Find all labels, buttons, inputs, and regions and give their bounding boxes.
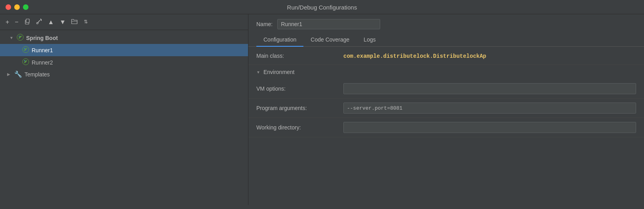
maximize-button[interactable] [23,4,28,10]
copy-button[interactable] [23,17,32,27]
move-up-button[interactable]: ▲ [46,18,56,26]
traffic-lights [6,4,28,10]
tabs-row: Configuration Code Coverage Logs [248,33,644,47]
sort-button[interactable]: ⇅ [81,17,91,27]
templates-label: Templates [25,71,50,78]
environment-label: Environment [263,69,295,75]
add-button[interactable]: + [4,18,11,26]
close-button[interactable] [6,4,11,10]
environment-arrow-icon: ▼ [256,70,260,74]
vm-options-row: VM options: [248,79,644,99]
main-layout: + − ▲ ▼ [0,14,644,205]
sort-icon: ⇅ [83,18,89,25]
svg-point-10 [24,48,25,49]
left-panel: + − ▲ ▼ [0,14,248,205]
main-class-value: com.example.distributelock.Distributeloc… [343,53,486,59]
tab-configuration[interactable]: Configuration [256,33,303,47]
program-arguments-row: Program arguments: [248,99,644,118]
name-input[interactable] [277,19,380,29]
tree-area: ▼ Spring Boot [0,30,248,205]
runner2-label: Runner2 [32,59,53,66]
wrench-icon [36,18,42,25]
working-directory-row: Working directory: [248,118,644,137]
tree-item-spring-boot[interactable]: ▼ Spring Boot [0,32,248,44]
runner1-label: Runner1 [32,47,53,53]
templates-icon: 🔧 [14,70,22,78]
tab-code-coverage[interactable]: Code Coverage [303,33,356,47]
svg-point-12 [24,60,25,61]
edit-button[interactable] [34,17,44,27]
toolbar: + − ▲ ▼ [0,14,248,30]
window-title: Run/Debug Configurations [287,4,357,11]
tree-item-runner1[interactable]: Runner1 [0,44,248,56]
main-class-label: Main class: [256,53,343,59]
svg-point-3 [36,23,38,24]
main-class-value-container: com.example.distributelock.Distributeloc… [343,52,636,59]
vm-options-input[interactable] [343,83,636,94]
spring-boot-label: Spring Boot [26,35,58,41]
runner1-icon [22,46,29,54]
config-area: Main class: com.example.distributelock.D… [248,47,644,205]
program-arguments-label: Program arguments: [256,105,343,111]
spring-boot-icon [17,34,24,42]
remove-button[interactable]: − [13,18,20,26]
tree-item-runner2[interactable]: Runner2 [0,56,248,68]
name-row: Name: [248,14,644,33]
expand-arrow-templates: ▶ [7,72,12,76]
move-down-button[interactable]: ▼ [58,18,68,26]
vm-options-label: VM options: [256,86,343,92]
expand-arrow-spring-boot: ▼ [9,36,14,40]
runner2-icon [22,58,29,66]
title-bar: Run/Debug Configurations [0,0,644,14]
program-arguments-input[interactable] [343,103,636,114]
environment-section-header[interactable]: ▼ Environment [248,65,644,79]
program-arguments-value-container [343,103,636,114]
main-class-row: Main class: com.example.distributelock.D… [248,47,644,65]
working-directory-label: Working directory: [256,124,343,131]
svg-rect-1 [26,19,29,23]
name-label: Name: [256,21,273,27]
folder-icon [71,19,78,24]
tab-logs[interactable]: Logs [356,33,383,47]
vm-options-value-container [343,83,636,94]
svg-point-7 [21,36,22,37]
copy-icon [24,18,30,25]
folder-button[interactable] [70,18,79,26]
working-directory-input[interactable] [343,122,636,133]
tree-item-templates[interactable]: ▶ 🔧 Templates [0,68,248,80]
svg-text:⇅: ⇅ [84,19,88,25]
right-panel: Name: Configuration Code Coverage Logs M… [248,14,644,205]
svg-point-8 [19,36,19,36]
working-directory-value-container [343,122,636,133]
minimize-button[interactable] [14,4,20,10]
